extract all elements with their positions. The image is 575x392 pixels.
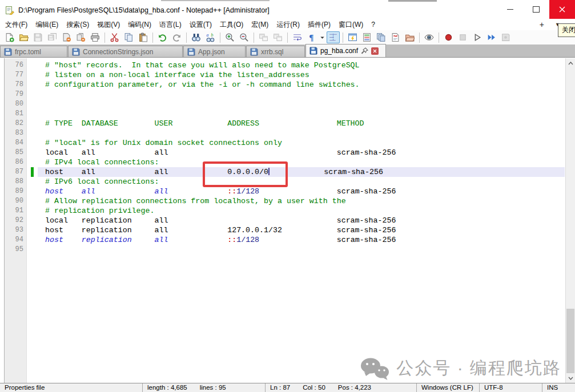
code-text[interactable]: local replication all scram-sha-256 [38,216,565,225]
editor[interactable]: 76# "host" records. In that case you wil… [0,58,575,383]
menu-item-settings[interactable]: 设置(T) [186,19,216,31]
show-indent-guide-button[interactable] [327,31,340,43]
macro-play-button[interactable] [471,31,484,43]
line-number[interactable]: 93 [5,225,26,235]
code-text[interactable]: # "local" is for Unix domain socket conn… [38,138,565,148]
line-number[interactable]: 87 [5,167,26,177]
editor-line-93[interactable]: 93host replication all 127.0.0.1/32 scra… [5,225,565,235]
editor-line-85[interactable]: 85local all all scram-sha-256 [5,148,565,157]
line-number[interactable]: 77 [5,70,26,80]
document-map-button[interactable] [360,31,373,43]
menu-item-plugins[interactable]: 插件(P) [304,19,335,31]
editor-line-91[interactable]: 91# replication privilege. [5,206,565,216]
code-text[interactable]: host replication all 127.0.0.1/32 scram-… [38,225,565,235]
status-eol-format[interactable]: Windows (CR LF) [417,383,480,392]
tab-frpc-toml[interactable]: frpc.toml [0,46,67,57]
line-number[interactable]: 76 [5,60,26,70]
code-text[interactable]: host all all ::1/128 scram-sha-256 [38,187,565,196]
line-number[interactable]: 91 [5,206,26,216]
macro-run-multiple-button[interactable] [485,31,498,43]
save-all-button[interactable] [46,31,59,43]
line-number[interactable]: 90 [5,196,26,206]
menu-item-tools[interactable]: 工具(O) [216,19,247,31]
editor-line-90[interactable]: 90# Allow replication connections from l… [5,196,565,206]
code-text[interactable]: # Allow replication connections from loc… [38,196,565,206]
editor-line-89[interactable]: 89host all all ::1/128 scram-sha-256 [5,187,565,196]
copy-button[interactable] [122,31,135,43]
menu-item-window[interactable]: 窗口(W) [335,19,367,31]
paste-button[interactable] [136,31,150,43]
line-number[interactable]: 83 [5,128,26,138]
line-number[interactable]: 86 [5,157,26,167]
new-tab-button[interactable]: + [540,20,544,29]
menu-item-encoding[interactable]: 编码(N) [124,19,155,31]
editor-line-79[interactable]: 79 [5,90,565,99]
redo-button[interactable] [170,31,183,43]
save-file-button[interactable] [31,31,45,43]
code-text[interactable]: local all all scram-sha-256 [38,148,565,157]
code-text[interactable] [38,245,565,254]
code-text[interactable]: host all all 0.0.0.0/0 scram-sha-256 [38,167,565,177]
line-number[interactable]: 84 [5,138,26,148]
line-number[interactable]: 78 [5,80,26,90]
menu-item-language[interactable]: 语言(L) [155,19,186,31]
code-text[interactable] [38,109,565,119]
project-panel-button[interactable] [403,31,416,43]
sync-horizontal-scroll-button[interactable] [271,31,284,43]
line-number[interactable]: 94 [5,235,26,245]
replace-button[interactable]: ab [204,31,217,43]
line-number[interactable]: 95 [5,245,26,254]
code-text[interactable]: # TYPE DATABASE USER ADDRESS METHOD [38,119,565,128]
menu-item-run[interactable]: 运行(R) [272,19,304,31]
menu-item-view[interactable]: 视图(V) [93,19,124,31]
code-text[interactable]: host replication all ::1/128 scram-sha-2… [38,235,565,245]
macro-record-button[interactable] [442,31,455,43]
editor-line-77[interactable]: 77# listen on a non-local interface via … [5,70,565,80]
editor-line-92[interactable]: 92local replication all scram-sha-256 [5,216,565,225]
status-insert-mode[interactable]: INS [542,383,575,392]
close-all-button[interactable] [74,31,87,43]
word-wrap-button[interactable] [291,31,304,43]
code-text[interactable] [38,90,565,99]
pin-icon[interactable] [361,47,368,55]
code-text[interactable]: # IPv6 local connections: [38,177,565,187]
function-list-button[interactable] [346,31,359,43]
status-encoding[interactable]: UTF-8 [480,383,542,392]
tab-connectionstrings-json[interactable]: ConnectionStrings.json [68,46,183,57]
editor-line-76[interactable]: 76# "host" records. In that case you wil… [5,60,565,70]
line-number[interactable]: 82 [5,119,26,128]
code-text[interactable]: # "host" records. In that case you will … [38,60,565,70]
menu-item-help[interactable]: ? [367,19,379,30]
macro-stop-button[interactable] [456,31,469,43]
line-number[interactable]: 80 [5,99,26,109]
menu-item-macro[interactable]: 宏(M) [247,19,272,31]
editor-line-81[interactable]: 81 [5,109,565,119]
zoom-out-button[interactable] [238,31,251,43]
line-number[interactable]: 88 [5,177,26,187]
folder-as-workspace-button[interactable] [389,31,402,43]
zoom-in-button[interactable] [223,31,236,43]
close-button[interactable] [549,0,575,19]
undo-button[interactable] [156,31,169,43]
menu-item-edit[interactable]: 编辑(E) [31,19,62,31]
line-number[interactable]: 81 [5,109,26,119]
scrollbar-thumb[interactable] [566,309,574,373]
tab-close-icon[interactable] [371,47,379,55]
cut-button[interactable] [108,31,121,43]
tab-xrrb-sql[interactable]: xrrb.sql [246,46,305,57]
open-file-button[interactable] [17,31,30,43]
editor-line-84[interactable]: 84# "local" is for Unix domain socket co… [5,138,565,148]
code-text[interactable]: # configuration parameter, or via the -i… [38,80,565,90]
new-file-button[interactable] [3,31,16,43]
line-number[interactable]: 89 [5,187,26,196]
vertical-scrollbar[interactable] [565,58,575,383]
close-file-button[interactable] [60,31,73,43]
minimize-button[interactable] [497,0,523,19]
editor-line-95[interactable]: 95 [5,245,565,254]
find-button[interactable] [190,31,203,43]
tab-pg-hba-conf[interactable]: pg_hba.conf [305,44,386,57]
sync-vertical-scroll-button[interactable] [257,31,270,43]
show-symbol-dropdown-button[interactable] [319,31,325,43]
code-text[interactable] [38,128,565,138]
maximize-button[interactable] [523,0,549,19]
